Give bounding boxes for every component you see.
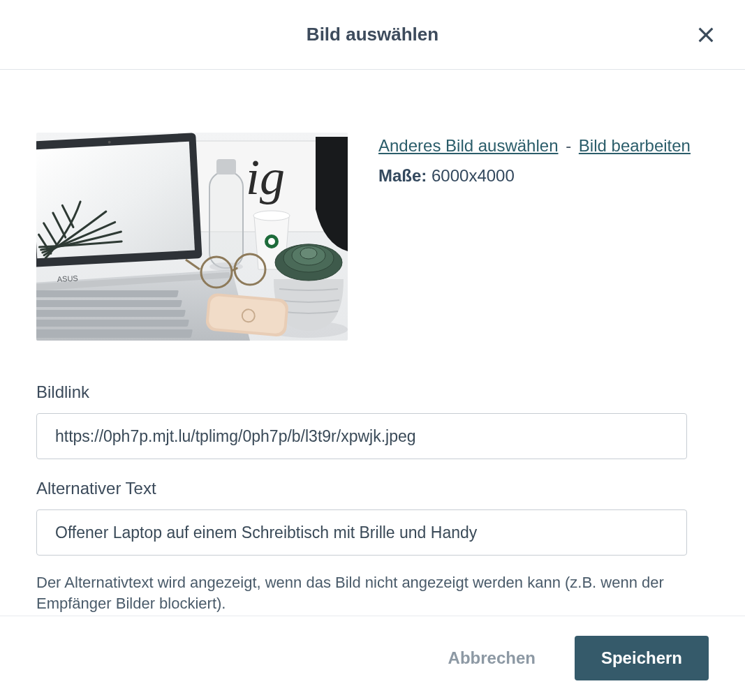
svg-point-19 <box>268 238 275 245</box>
svg-rect-12 <box>36 329 193 338</box>
svg-rect-9 <box>36 300 182 307</box>
content-wrapper: ig <box>0 70 745 616</box>
svg-rect-15 <box>216 159 236 174</box>
close-icon <box>696 25 716 45</box>
edit-image-link[interactable]: Bild bearbeiten <box>579 136 691 155</box>
svg-point-16 <box>209 262 243 271</box>
image-link-input[interactable] <box>36 413 687 459</box>
dimensions-value-text: 6000x4000 <box>431 166 515 185</box>
cancel-button[interactable]: Abbrechen <box>448 648 536 668</box>
alt-text-field: Alternativer Text Der Alternativtext wir… <box>36 479 703 613</box>
dimensions-label: Maße: <box>378 166 427 185</box>
alt-text-label: Alternativer Text <box>36 479 703 498</box>
dialog-title: Bild auswählen <box>307 24 438 45</box>
svg-point-17 <box>253 211 290 221</box>
svg-rect-14 <box>209 172 243 268</box>
svg-rect-10 <box>36 310 186 317</box>
separator-dash: - <box>566 136 576 155</box>
svg-rect-8 <box>36 290 179 297</box>
alt-text-help: Der Alternativtext wird angezeigt, wenn … <box>36 572 687 613</box>
select-other-image-link[interactable]: Anderes Bild auswählen <box>378 136 559 155</box>
dialog-footer: Abbrechen Speichern <box>0 616 745 700</box>
image-preview: ig <box>36 133 348 341</box>
image-link-field: Bildlink <box>36 382 703 459</box>
svg-rect-28 <box>208 296 286 334</box>
close-button[interactable] <box>695 24 717 46</box>
image-meta-row: ig <box>36 133 703 341</box>
svg-text:ASUS: ASUS <box>57 274 78 283</box>
alt-text-input[interactable] <box>36 509 687 556</box>
image-link-label: Bildlink <box>36 382 703 402</box>
image-meta: Anderes Bild auswählen - Bild bearbeiten… <box>378 133 691 341</box>
dialog-body[interactable]: ig <box>0 70 745 616</box>
svg-rect-11 <box>36 320 189 327</box>
save-button[interactable]: Speichern <box>575 636 709 680</box>
svg-text:ig: ig <box>246 149 285 205</box>
dialog-header: Bild auswählen <box>0 0 745 70</box>
svg-point-24 <box>300 248 317 259</box>
